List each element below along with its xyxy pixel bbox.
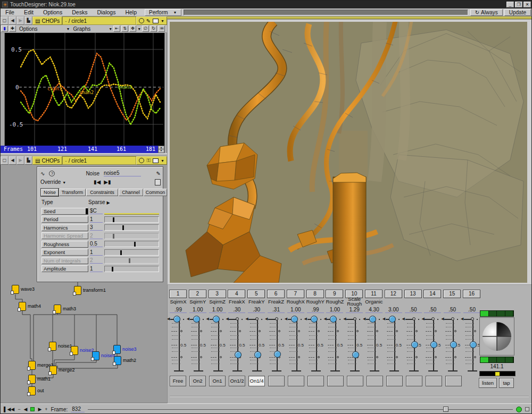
mode-button-free[interactable]: Free [170, 376, 186, 386]
node-noise1[interactable] [49, 342, 56, 351]
preset-button-14[interactable]: 14 [423, 290, 441, 298]
op-name-field[interactable]: noise5 [104, 170, 141, 176]
hslider-ring-knob[interactable] [255, 317, 259, 320]
column-value[interactable]: .50 [463, 307, 480, 313]
param-value-field[interactable]: 1 [90, 249, 103, 256]
preset-button-3[interactable]: 3 [209, 290, 226, 298]
node-merge3[interactable] [28, 361, 36, 370]
param-value-field[interactable]: 1 [90, 266, 103, 272]
slider-knob-16[interactable] [470, 341, 477, 348]
network-editor[interactable]: wave3transform1math4math3noise1noise2noi… [1, 165, 167, 403]
slider-knob-3[interactable] [213, 316, 220, 323]
preset-button-9[interactable]: 9 [326, 290, 343, 298]
preset-button-1[interactable]: 1 [169, 290, 187, 298]
mode-button-blank-14[interactable] [445, 376, 462, 386]
frame-back-icon[interactable]: − [18, 407, 20, 412]
column-value[interactable]: 3.00 [385, 307, 402, 313]
node-noise2[interactable] [71, 346, 78, 355]
hslider-ring-knob[interactable] [236, 317, 239, 320]
param-slider-knob[interactable] [122, 225, 124, 230]
param-label[interactable]: Roughness [41, 241, 88, 248]
node-math1[interactable] [28, 375, 36, 384]
node-wave3[interactable] [12, 285, 19, 294]
param-slider[interactable] [104, 216, 159, 223]
scale-vertical-icon[interactable]: ⇅ [121, 26, 128, 32]
refresh-graph-icon[interactable]: ↻ [150, 26, 157, 32]
column-value[interactable]: 1.00 [287, 307, 304, 313]
column-value[interactable]: .30 [248, 307, 265, 313]
slider-knob-1[interactable] [173, 316, 180, 323]
column-value[interactable]: .99 [307, 307, 324, 313]
column-value[interactable]: .50 [405, 307, 422, 313]
slider-knob-13[interactable] [411, 341, 418, 348]
param-label[interactable]: Period [41, 216, 88, 223]
restore-icon[interactable]: ❐ [515, 2, 522, 7]
equalizer-icon[interactable]: ≡≡ [158, 26, 165, 32]
param-slider-knob[interactable] [129, 258, 130, 263]
menu-item-dialogs[interactable]: Dialogs [92, 9, 120, 16]
mode-button-blank-8[interactable] [327, 376, 344, 386]
display-icon[interactable] [153, 158, 159, 163]
param-label[interactable]: Amplitude [41, 265, 88, 272]
mode-button-blank-12[interactable] [406, 376, 422, 386]
trackball[interactable] [482, 322, 512, 351]
pen-icon[interactable]: ✎ [146, 18, 151, 24]
node-noise4[interactable] [92, 351, 99, 360]
column-value[interactable]: .50 [424, 307, 441, 313]
mode-button-blank-9[interactable] [347, 376, 363, 386]
slope-icon[interactable]: ∅ [142, 26, 149, 32]
back-arrow-icon[interactable]: ◀ [9, 156, 16, 165]
lock-icon[interactable]: ⚿ [146, 157, 151, 164]
clipboard-icon[interactable] [155, 179, 161, 185]
handle-icon[interactable]: ▮ [1, 26, 8, 32]
node-transform1[interactable] [74, 286, 81, 295]
tab-channel[interactable]: Channel [119, 189, 143, 196]
param-value-field[interactable]: 2 [90, 257, 103, 264]
timeline-handle[interactable] [443, 407, 448, 412]
param-label[interactable]: Harmonic Spread [41, 232, 88, 239]
circle-icon[interactable] [139, 158, 144, 163]
step-back-icon[interactable]: ▮◀ [94, 179, 101, 185]
mode-button-blank-6[interactable] [288, 376, 304, 386]
preset-button-4[interactable]: 4 [228, 290, 245, 298]
column-value[interactable]: .31 [268, 307, 285, 313]
back-arrow-icon[interactable]: ◀ [9, 16, 16, 25]
scroll-down-icon[interactable]: ▼ [158, 149, 164, 153]
mode-button-blank-7[interactable] [307, 376, 324, 386]
hslider-ring-knob[interactable] [412, 317, 415, 320]
node-noise3[interactable] [113, 345, 121, 354]
tap-button[interactable]: tap [499, 378, 514, 388]
menu-item-help[interactable]: Help [120, 9, 142, 16]
timeline-option-box[interactable] [525, 407, 529, 411]
param-slider-knob[interactable] [112, 267, 113, 272]
display-icon[interactable] [153, 19, 159, 23]
listen-button[interactable]: listen [479, 378, 497, 388]
type-menu[interactable]: Sparse ▶ [88, 199, 110, 205]
hslider-ring-knob[interactable] [451, 317, 454, 320]
preset-button-13[interactable]: 13 [404, 290, 422, 298]
help-balloon-icon[interactable]: ? [49, 171, 55, 176]
mode-button-blank-10[interactable] [367, 376, 383, 386]
slider-knob-11[interactable] [369, 316, 376, 323]
close-icon[interactable]: ✕ [523, 2, 531, 7]
preset-button-12[interactable]: 12 [385, 290, 402, 298]
param-slider[interactable] [104, 224, 159, 231]
pane2-optype-dropdown[interactable]: ▤ CHOPs [32, 156, 62, 165]
home-view-icon[interactable]: ✥ [129, 26, 136, 32]
mode-button-blank-5[interactable] [268, 376, 285, 386]
frame-start-icon[interactable]: ⇤ [113, 26, 120, 32]
frame-field[interactable]: 832 [71, 406, 85, 412]
tab-common[interactable]: Common [144, 189, 167, 196]
preset-button-2[interactable]: 2 [189, 290, 206, 298]
param-value-field[interactable]: 1 [90, 216, 103, 223]
chevron-down-icon[interactable]: ▼ [161, 159, 164, 163]
param-slider-knob[interactable] [113, 217, 114, 222]
rewind-icon[interactable]: ▌◀◀ [4, 407, 14, 412]
preset-button-11[interactable]: 11 [365, 290, 383, 298]
frames-scrollbar[interactable]: ▲ ▼ [158, 146, 164, 153]
circle-icon[interactable] [139, 18, 144, 23]
column-value[interactable]: 1.29 [346, 307, 363, 313]
tab-noise[interactable]: Noise [41, 189, 59, 196]
stop-icon[interactable] [30, 407, 35, 411]
slider-knob-8[interactable] [311, 316, 318, 323]
